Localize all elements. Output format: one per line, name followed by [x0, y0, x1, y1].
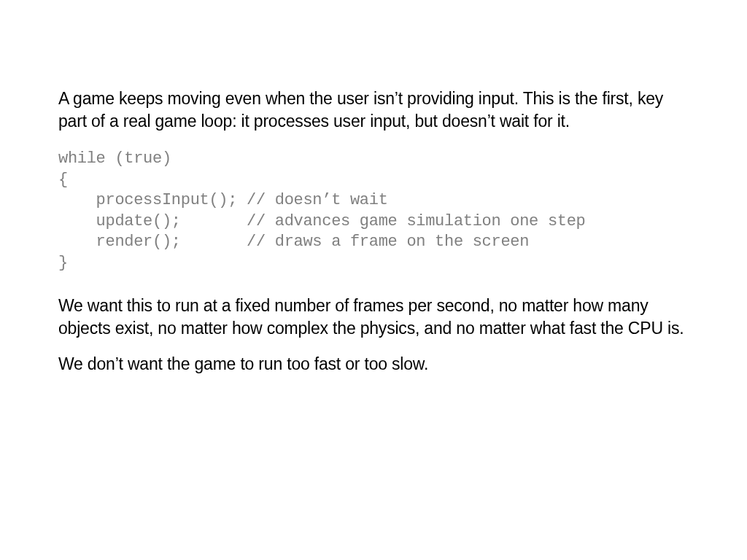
- code-block-game-loop: while (true) { processInput(); // doesn’…: [58, 149, 689, 274]
- intro-paragraph: A game keeps moving even when the user i…: [58, 88, 689, 133]
- speed-paragraph: We don’t want the game to run too fast o…: [58, 353, 689, 376]
- fps-paragraph: We want this to run at a fixed number of…: [58, 295, 689, 340]
